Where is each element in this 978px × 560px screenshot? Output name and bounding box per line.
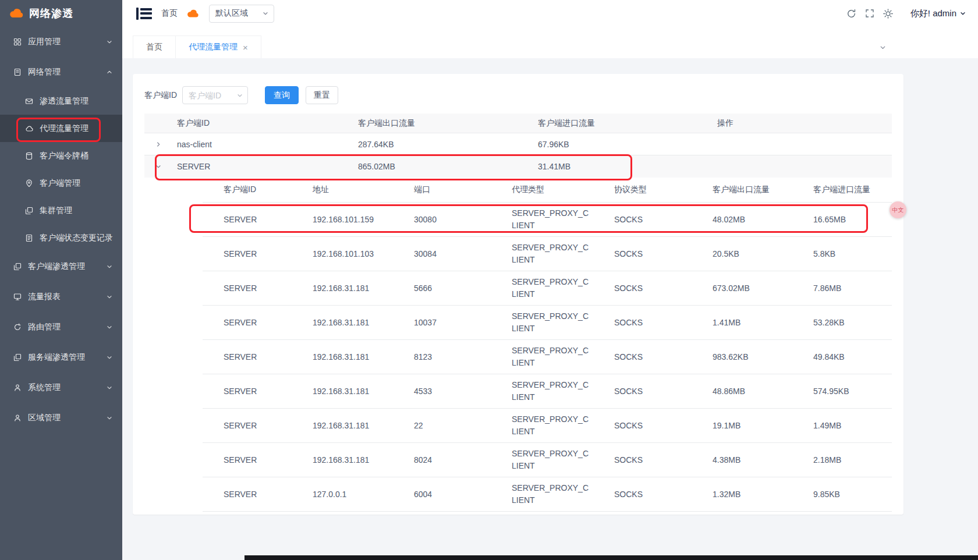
nested-cell-proxy-type: SERVER_PROXY_CLIENT [491,242,593,266]
stack-icon [13,263,22,271]
topbar-icons [846,9,893,19]
nested-cell-client-id: SERVER [203,283,292,293]
sidebar-item-client-penetration[interactable]: 客户端渗透管理 [0,251,122,282]
nested-cell-out-traffic: 19.1MB [692,421,792,430]
nested-cell-address: 192.168.31.181 [292,283,393,293]
region-select[interactable]: 默认区域 [209,5,274,23]
sidebar-item-label: 流量报表 [28,292,100,302]
chevron-up-icon [106,69,113,76]
nested-cell-in-traffic: 1.49MB [792,421,892,430]
sidebar-item-penetration-traffic[interactable]: 渗透流量管理 [0,87,122,115]
user-menu[interactable]: 你好! admin [910,8,966,19]
nested-cell-protocol: SOCKS [593,318,692,327]
nested-table-row: SERVER 127.0.0.1 6004 SERVER_PROXY_CLIEN… [203,477,892,512]
sidebar-item-region-management[interactable]: 区域管理 [0,403,122,433]
nested-cell-protocol: SOCKS [593,352,692,361]
nested-cell-out-traffic: 48.86MB [692,387,792,396]
main-area: 首页 默认区域 你好! admin [122,0,978,560]
chevron-down-icon [236,92,243,99]
nested-table-row: SERVER 192.168.101.103 30084 SERVER_PROX… [203,237,892,271]
tab-options-chevron-icon[interactable] [879,44,887,51]
fullscreen-icon[interactable] [865,9,874,18]
nested-table-row: SERVER 192.168.31.181 4533 SERVER_PROXY_… [203,374,892,409]
float-badge[interactable]: 中文 [890,201,906,218]
sidebar-item-label: 客户端管理 [40,178,113,189]
query-button[interactable]: 查询 [265,86,299,104]
sidebar-item-client-token-bucket[interactable]: 客户端令牌桶 [0,142,122,169]
sidebar: 网络渗透 应用管理 网络管理 [0,0,122,560]
nested-cell-address: 192.168.31.181 [292,455,393,465]
nested-table-row: SERVER 192.168.101.159 30080 SERVER_PROX… [203,203,892,237]
nested-cell-in-traffic: 5.8KB [792,249,892,258]
tab-proxy-traffic[interactable]: 代理流量管理 × [176,36,261,58]
collapse-row-icon[interactable] [144,163,172,170]
nested-cell-address: 192.168.31.181 [292,387,393,396]
sidebar-item-label: 路由管理 [28,322,100,332]
tab-home[interactable]: 首页 [133,36,176,58]
chevron-down-icon [106,293,113,300]
tab-label: 首页 [146,42,162,52]
sidebar-item-network-management[interactable]: 网络管理 [0,57,122,87]
nested-cell-in-traffic: 2.18MB [792,455,892,465]
column-header: 客户端进口流量 [533,118,713,129]
nested-table-row: SERVER 192.168.31.181 8024 SERVER_PROXY_… [203,443,892,477]
menu-collapse-icon[interactable] [136,8,152,20]
nested-cell-protocol: SOCKS [593,283,692,293]
nested-cell-out-traffic: 4.38MB [692,455,792,465]
app-title: 网络渗透 [29,6,73,20]
column-header: 操作 [713,118,892,129]
chevron-down-icon [262,10,269,17]
sidebar-item-traffic-report[interactable]: 流量报表 [0,282,122,312]
breadcrumb-home[interactable]: 首页 [161,8,178,19]
nested-cell-proxy-type: SERVER_PROXY_CLIENT [491,276,593,300]
nested-cell-address: 192.168.31.181 [292,421,393,430]
cell-out-traffic: 287.64KB [353,140,533,149]
sidebar-item-system-management[interactable]: 系统管理 [0,373,122,403]
nested-cell-proxy-type: SERVER_PROXY_CLIENT [491,207,593,232]
monitor-icon [13,293,22,301]
client-id-filter-input[interactable] [184,91,236,100]
document-lines-icon [24,234,34,242]
nested-cell-port: 8123 [393,352,491,361]
close-icon[interactable]: × [243,43,248,52]
cell-in-traffic: 31.41MB [533,162,713,171]
theme-sun-icon[interactable] [883,9,893,19]
region-select-value: 默认区域 [215,8,248,19]
expand-row-icon[interactable] [144,141,172,148]
horizontal-scrollbar[interactable] [245,555,978,560]
nested-table-header-row: 客户端ID 地址 端口 代理类型 协议类型 客户端出口流量 客户端进口流量 [203,178,892,203]
sidebar-item-client-management[interactable]: 客户端管理 [0,169,122,197]
sidebar-item-cluster-management[interactable]: 集群管理 [0,197,122,224]
sidebar-item-label: 代理流量管理 [40,123,113,134]
nested-cell-client-id: SERVER [203,249,292,258]
sidebar-item-server-penetration[interactable]: 服务端渗透管理 [0,342,122,373]
sidebar-item-label: 服务端渗透管理 [28,352,100,363]
nested-cell-protocol: SOCKS [593,421,692,430]
nested-table-row: SERVER 192.168.31.181 22 SERVER_PROXY_CL… [203,409,892,443]
refresh-icon[interactable] [846,9,856,19]
nested-cell-port: 22 [393,421,491,430]
table-row: SERVER 865.02MB 31.41MB [144,155,892,178]
tab-label: 代理流量管理 [189,42,238,52]
reset-button[interactable]: 重置 [306,86,338,104]
column-header: 客户端ID [203,185,292,195]
nested-cell-in-traffic: 7.86MB [792,283,892,293]
cell-client-id: SERVER [172,162,353,171]
sidebar-item-route-management[interactable]: 路由管理 [0,312,122,342]
nested-cell-client-id: SERVER [203,387,292,396]
nested-proxy-table: 客户端ID 地址 端口 代理类型 协议类型 客户端出口流量 客户端进口流量 SE… [203,178,892,512]
sidebar-item-app-management[interactable]: 应用管理 [0,27,122,57]
chevron-down-icon [106,38,113,45]
column-header: 端口 [393,185,491,195]
sidebar-item-proxy-traffic[interactable]: 代理流量管理 [0,115,122,142]
cell-out-traffic: 865.02MB [353,162,533,171]
nested-cell-port: 8024 [393,455,491,465]
column-header: 代理类型 [491,185,593,195]
table-header-row: 客户端ID 客户端出口流量 客户端进口流量 操作 [144,114,892,133]
cloud-logo-icon [9,8,24,19]
nested-cell-protocol: SOCKS [593,215,692,224]
sidebar-item-client-status-log[interactable]: 客户端状态变更记录 [0,224,122,251]
chevron-down-icon [959,10,966,17]
client-id-filter-select[interactable] [182,86,248,104]
nested-cell-proxy-type: SERVER_PROXY_CLIENT [491,345,593,369]
